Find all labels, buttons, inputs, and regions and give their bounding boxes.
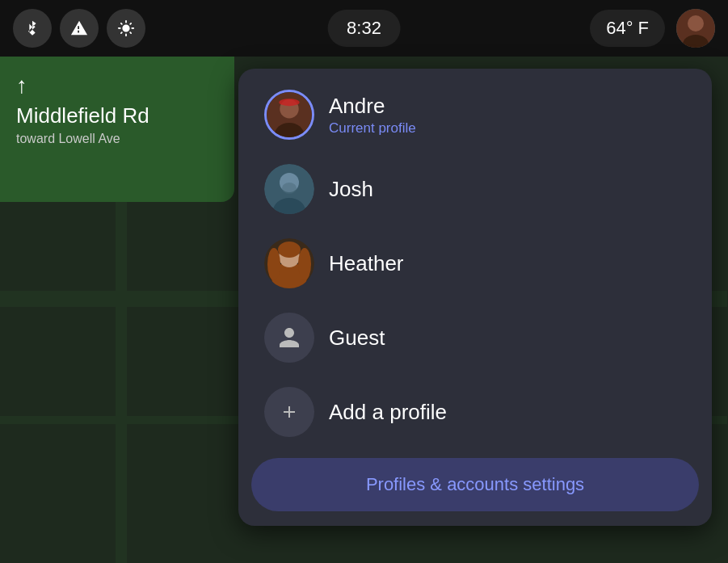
- status-left-icons: [13, 9, 145, 48]
- profile-item-add[interactable]: Add a profile: [245, 376, 705, 448]
- user-avatar-header[interactable]: [676, 9, 715, 48]
- profile-info-heather: Heather: [329, 251, 404, 276]
- status-right: 64° F: [590, 9, 715, 48]
- svg-point-1: [688, 15, 704, 32]
- guest-icon-circle: [264, 313, 314, 363]
- nav-direction-arrow: ↑: [16, 73, 218, 99]
- svg-point-9: [279, 99, 299, 106]
- profile-item-josh[interactable]: Josh: [245, 153, 705, 225]
- temperature-display: 64° F: [590, 10, 665, 47]
- svg-point-13: [282, 183, 297, 194]
- profile-item-andre[interactable]: Andre Current profile: [245, 78, 705, 151]
- profile-info-guest: Guest: [329, 326, 385, 351]
- status-time: 8:32: [327, 10, 401, 47]
- profiles-settings-button[interactable]: Profiles & accounts settings: [251, 458, 699, 511]
- svg-point-19: [298, 248, 311, 280]
- profile-info-josh: Josh: [329, 177, 373, 202]
- profile-info-add: Add a profile: [329, 400, 447, 425]
- profile-avatar-andre: [264, 90, 314, 140]
- add-profile-icon-circle: [264, 387, 314, 437]
- profile-item-guest[interactable]: Guest: [245, 301, 705, 374]
- svg-point-18: [267, 248, 280, 280]
- profile-avatar-heather: [264, 238, 314, 288]
- status-bar: 8:32 64° F: [0, 0, 728, 57]
- profile-dropdown: Andre Current profile Josh: [238, 69, 712, 526]
- profile-avatar-josh: [264, 164, 314, 214]
- nav-toward: toward Lowell Ave: [16, 132, 218, 146]
- nav-street-name: Middlefield Rd: [16, 103, 218, 128]
- bluetooth-button[interactable]: [13, 9, 52, 48]
- profile-info-andre: Andre Current profile: [329, 94, 416, 137]
- navigation-panel: ↑ Middlefield Rd toward Lowell Ave: [0, 57, 234, 202]
- brightness-button[interactable]: [107, 9, 145, 48]
- svg-point-17: [278, 242, 301, 258]
- signal-button[interactable]: [60, 9, 99, 48]
- profile-item-heather[interactable]: Heather: [245, 227, 705, 300]
